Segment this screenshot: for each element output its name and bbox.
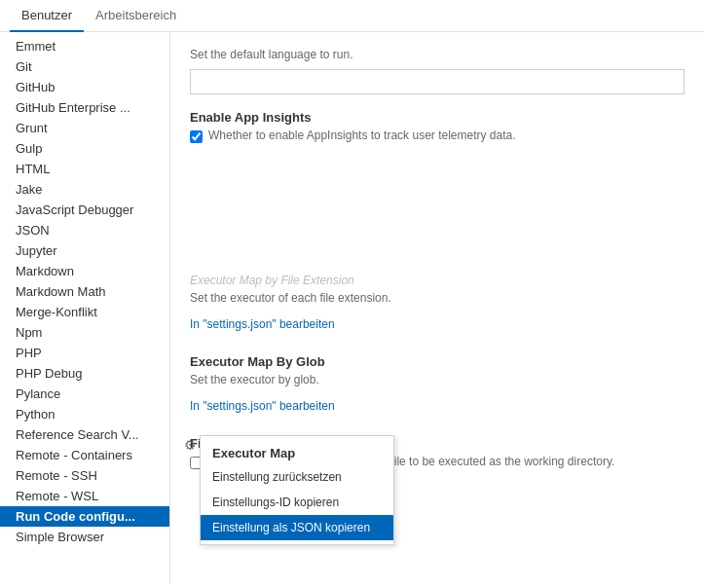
- sidebar-item-git[interactable]: Git: [0, 56, 169, 77]
- executor-map-glob-block: Executor Map By Glob Set the executor by…: [190, 350, 685, 413]
- enable-app-insights-block: Enable App Insights Whether to enable Ap…: [190, 110, 685, 143]
- tabs-bar: Benutzer Arbeitsbereich: [0, 0, 704, 32]
- sidebar-item-pylance[interactable]: Pylance: [0, 384, 169, 404]
- sidebar-item-grunt[interactable]: Grunt: [0, 118, 169, 138]
- enable-app-insights-desc: Whether to enable AppInsights to track u…: [208, 129, 516, 142]
- executor-map-file-link[interactable]: In "settings.json" bearbeiten: [190, 317, 335, 331]
- sidebar-item-jupyter[interactable]: Jupyter: [0, 240, 169, 261]
- sidebar-item-run-code[interactable]: Run Code configu...: [0, 506, 169, 527]
- sidebar-item-remote-containers[interactable]: Remote - Containers: [0, 445, 169, 465]
- sidebar-item-reference-search[interactable]: Reference Search V...: [0, 424, 169, 445]
- sidebar-item-npm[interactable]: Npm: [0, 322, 169, 343]
- sidebar-item-remote-wsl[interactable]: Remote - WSL: [0, 486, 169, 506]
- sidebar-item-php[interactable]: PHP: [0, 343, 169, 363]
- sidebar-item-jake[interactable]: Jake: [0, 179, 169, 200]
- main-layout: Emmet Git GitHub GitHub Enterprise ... G…: [0, 32, 704, 584]
- gear-icon[interactable]: ⚙: [180, 435, 200, 455]
- enable-app-insights-row: Whether to enable AppInsights to track u…: [190, 129, 685, 143]
- executor-map-area: ⚙ Executor Map Einstellung zurücksetzen …: [190, 270, 685, 469]
- tab-arbeitsbereich[interactable]: Arbeitsbereich: [84, 0, 188, 32]
- context-menu-item-reset[interactable]: Einstellung zurücksetzen: [201, 464, 393, 490]
- tab-benutzer[interactable]: Benutzer: [10, 0, 84, 32]
- sidebar-item-remote-ssh[interactable]: Remote - SSH: [0, 465, 169, 486]
- sidebar-item-html[interactable]: HTML: [0, 159, 169, 179]
- executor-map-file-title: Executor Map by File Extension: [190, 274, 685, 287]
- sidebar: Emmet Git GitHub GitHub Enterprise ... G…: [0, 32, 170, 584]
- context-menu-item-copy-json[interactable]: Einstellung als JSON kopieren: [201, 515, 393, 540]
- executor-map-glob-desc: Set the executor by glob.: [190, 373, 685, 386]
- sidebar-item-emmet[interactable]: Emmet: [0, 36, 169, 56]
- context-menu-item-copy-id[interactable]: Einstellungs-ID kopieren: [201, 490, 393, 515]
- sidebar-item-markdown[interactable]: Markdown: [0, 261, 169, 281]
- enable-app-insights-title: Enable App Insights: [190, 110, 685, 125]
- sidebar-item-merge-konflikt[interactable]: Merge-Konflikt: [0, 302, 169, 322]
- sidebar-item-gulp[interactable]: Gulp: [0, 138, 169, 159]
- executor-map-glob-link[interactable]: In "settings.json" bearbeiten: [190, 399, 335, 413]
- main-content: Set the default language to run. Enable …: [170, 32, 704, 584]
- sidebar-item-simple-browser[interactable]: Simple Browser: [0, 527, 169, 547]
- sidebar-item-python[interactable]: Python: [0, 404, 169, 424]
- default-language-input[interactable]: [190, 69, 685, 94]
- context-menu-overlay: ⚙ Executor Map Einstellung zurücksetzen …: [180, 435, 394, 545]
- sidebar-item-json[interactable]: JSON: [0, 220, 169, 240]
- executor-map-file-desc: Set the executor of each file extension.: [190, 291, 685, 305]
- sidebar-item-php-debug[interactable]: PHP Debug: [0, 363, 169, 384]
- context-menu-title: Executor Map: [201, 440, 393, 464]
- sidebar-item-github-enterprise[interactable]: GitHub Enterprise ...: [0, 97, 169, 118]
- sidebar-item-markdown-math[interactable]: Markdown Math: [0, 281, 169, 302]
- top-description: Set the default language to run.: [190, 48, 685, 61]
- executor-map-glob-title: Executor Map By Glob: [190, 354, 685, 369]
- context-menu: Executor Map Einstellung zurücksetzen Ei…: [200, 435, 394, 545]
- sidebar-item-github[interactable]: GitHub: [0, 77, 169, 97]
- executor-map-file-block: Executor Map by File Extension Set the e…: [190, 270, 685, 331]
- sidebar-item-js-debugger[interactable]: JavaScript Debugger: [0, 200, 169, 220]
- enable-app-insights-checkbox[interactable]: [190, 130, 203, 143]
